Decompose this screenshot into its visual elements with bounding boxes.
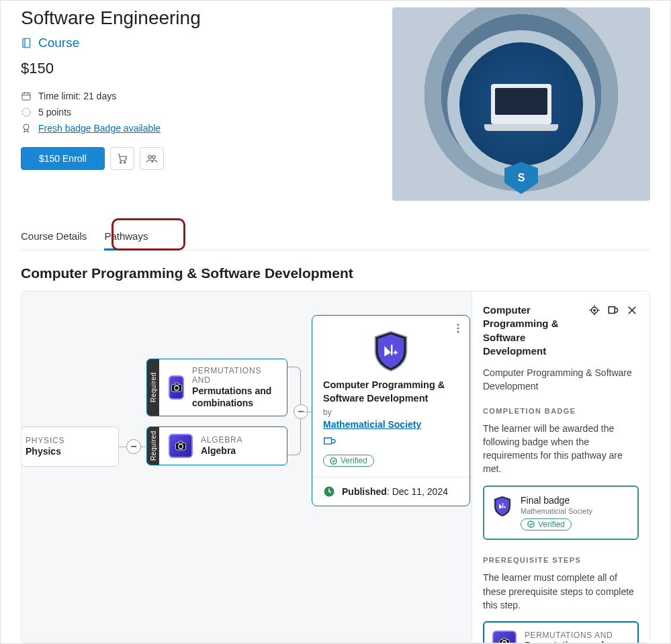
connector: [301, 412, 312, 412]
pathway-card-title: Computer Programming & Software Developm…: [323, 379, 459, 405]
required-label: Required: [147, 359, 159, 416]
target-icon: [588, 304, 600, 316]
pathway-direction-icon: [323, 436, 459, 449]
course-type: Course: [21, 36, 372, 50]
shield-icon: [371, 329, 411, 373]
svg-point-11: [152, 156, 156, 159]
time-limit-row: Time limit: 21 days: [21, 91, 372, 101]
enroll-button[interactable]: $150 Enroll: [21, 147, 105, 170]
price: $150: [21, 60, 372, 77]
close-button[interactable]: [625, 304, 639, 317]
time-limit-text: Time limit: 21 days: [38, 91, 116, 101]
svg-rect-5: [22, 93, 30, 100]
more-menu-button[interactable]: [453, 322, 463, 337]
panel-title: Computer Programming & Software Developm…: [483, 304, 584, 358]
close-icon: [626, 304, 638, 316]
share-button[interactable]: [140, 147, 164, 170]
org-link[interactable]: Mathematicial Society: [323, 419, 421, 430]
junction-physics[interactable]: −: [126, 439, 141, 454]
locate-button[interactable]: [588, 304, 601, 317]
published-label: Published: [342, 486, 387, 497]
shield-icon: [492, 495, 512, 518]
hero-image: S: [392, 7, 650, 201]
tab-course-details[interactable]: Course Details: [21, 224, 87, 250]
node-algebra-sub: ALGEBRA: [201, 435, 242, 445]
completion-badge-card[interactable]: Final badge Mathematicial Society Verifi…: [483, 486, 639, 541]
course-thumb-icon: [169, 375, 184, 400]
verified-badge: Verified: [521, 518, 572, 531]
pathway-section-title: Computer Programming & Software Developm…: [21, 265, 650, 281]
published-date: : Dec 11, 2024: [387, 486, 448, 497]
svg-point-9: [124, 162, 125, 163]
details-panel: Computer Programming & Software Developm…: [472, 291, 650, 643]
svg-point-13: [457, 328, 459, 330]
open-icon: [607, 304, 619, 316]
course-thumb-icon: [169, 434, 193, 458]
pathway-canvas[interactable]: PHYSICS Physics − Required PERMUTATIONS …: [21, 291, 472, 643]
badge-available-link[interactable]: Fresh badge Badge available: [38, 123, 161, 134]
svg-point-14: [457, 331, 459, 333]
badge-row: Fresh badge Badge available: [21, 123, 372, 134]
badge-icon: [21, 123, 32, 134]
tabs: Course Details Pathways: [21, 224, 650, 250]
node-physics[interactable]: PHYSICS Physics: [21, 426, 119, 467]
tab-pathways[interactable]: Pathways: [104, 224, 148, 250]
node-algebra[interactable]: Required ALGEBRA Algebra: [146, 426, 287, 465]
svg-point-7: [24, 124, 29, 130]
prereq-name: Permutations and: [525, 640, 613, 643]
node-permutations[interactable]: Required PERMUTATIONS AND Permutations a…: [146, 359, 287, 416]
required-label: Required: [147, 427, 159, 465]
svg-point-12: [457, 324, 459, 326]
people-icon: [146, 152, 158, 165]
clock-icon: [323, 486, 335, 498]
calendar-icon: [21, 91, 32, 101]
node-algebra-name: Algebra: [201, 445, 242, 457]
svg-rect-4: [23, 38, 30, 48]
course-icon: [21, 37, 33, 49]
badge-name: Final badge: [521, 495, 592, 506]
badge-org: Mathematicial Society: [521, 507, 592, 515]
verified-text: Verified: [341, 456, 367, 465]
prereq-step-card[interactable]: PERMUTATIONS AND Permutations and: [483, 621, 639, 643]
prereq-sub: PERMUTATIONS AND: [525, 631, 613, 640]
svg-point-6: [22, 108, 30, 116]
points-text: 5 points: [38, 107, 71, 118]
page-title: Software Engineering: [21, 7, 372, 29]
course-type-label: Course: [38, 36, 79, 50]
verified-badge: Verified: [323, 455, 374, 467]
svg-point-10: [148, 156, 152, 159]
node-perms-name: Permutations and combinations: [192, 385, 277, 409]
svg-point-8: [120, 162, 121, 163]
cart-icon: [116, 152, 128, 165]
by-label: by: [323, 408, 459, 417]
cart-button[interactable]: [110, 147, 134, 170]
node-perms-sub: PERMUTATIONS AND: [192, 366, 277, 385]
node-physics-name: Physics: [26, 445, 64, 457]
more-vertical-icon: [453, 322, 463, 334]
points-row: 5 points: [21, 107, 372, 118]
completion-heading: COMPLETION BADGE: [483, 407, 639, 415]
verified-text: Verified: [538, 520, 565, 529]
expand-button[interactable]: [607, 304, 620, 317]
prereq-heading: PREREQUISITE STEPS: [483, 556, 639, 564]
prereq-text: The learner must complete all of these p…: [483, 571, 639, 612]
completion-text: The learner will be awarded the followin…: [483, 422, 639, 476]
panel-description: Computer Programming & Software Developm…: [483, 366, 639, 394]
points-icon: [21, 107, 32, 118]
pathway-main-card[interactable]: Computer Programming & Software Developm…: [312, 315, 470, 506]
svg-point-18: [594, 310, 595, 311]
course-thumb-icon: [492, 631, 517, 643]
node-physics-sub: PHYSICS: [26, 436, 64, 445]
